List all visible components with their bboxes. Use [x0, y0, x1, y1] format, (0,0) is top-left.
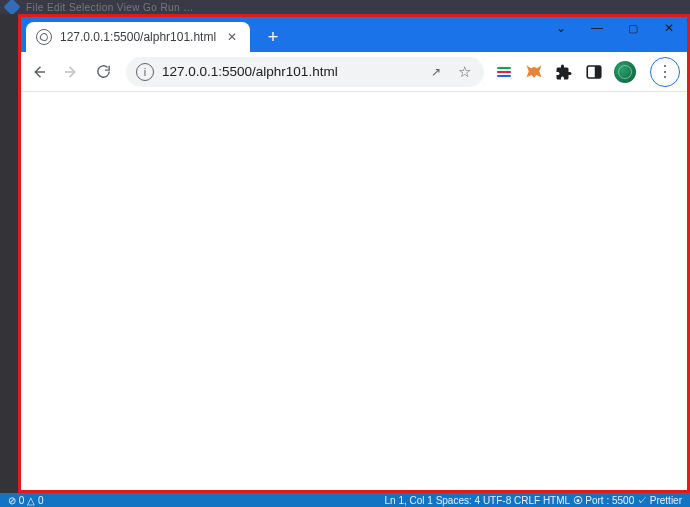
page-viewport	[18, 92, 690, 493]
puzzle-icon	[555, 63, 573, 81]
vscode-activity-bar	[0, 14, 18, 493]
kebab-icon: ⋮	[657, 62, 673, 81]
maximize-button[interactable]: ▢	[626, 21, 640, 35]
vscode-menubar: File Edit Selection View Go Run …	[0, 0, 690, 14]
vscode-menu-text: File Edit Selection View Go Run …	[26, 2, 194, 13]
panel-icon	[652, 2, 664, 12]
vscode-logo-icon	[4, 0, 21, 14]
chrome-window: 127.0.0.1:5500/alphr101.html ✕ + ⌄ — ▢ ✕	[18, 14, 690, 493]
panel-icon	[672, 2, 684, 12]
browser-tab[interactable]: 127.0.0.1:5500/alphr101.html ✕	[26, 22, 250, 52]
chrome-menu-button[interactable]: ⋮	[650, 57, 680, 87]
vscode-window-controls	[632, 2, 684, 12]
status-right[interactable]: Ln 1, Col 1 Spaces: 4 UTF-8 CRLF HTML ⦿ …	[384, 495, 682, 506]
site-info-button[interactable]: i	[136, 63, 154, 81]
new-tab-button[interactable]: +	[260, 24, 286, 50]
minimize-button[interactable]: —	[590, 21, 604, 35]
link-list-icon	[494, 61, 514, 83]
share-icon: ↗	[431, 65, 441, 79]
browser-toolbar: i 127.0.0.1:5500/alphr101.html ↗ ☆	[18, 52, 690, 92]
tab-title: 127.0.0.1:5500/alphr101.html	[60, 30, 216, 44]
tab-search-button[interactable]: ⌄	[554, 21, 568, 35]
fox-icon	[525, 63, 543, 81]
address-bar[interactable]: i 127.0.0.1:5500/alphr101.html ↗ ☆	[126, 57, 484, 87]
back-button[interactable]	[24, 57, 54, 87]
minimize-icon: —	[591, 21, 603, 35]
star-icon: ☆	[458, 63, 471, 81]
reload-icon	[95, 63, 112, 80]
globe-icon	[36, 29, 52, 45]
forward-button[interactable]	[56, 57, 86, 87]
panel-icon	[632, 2, 644, 12]
bookmark-button[interactable]: ☆	[454, 63, 474, 81]
close-icon: ✕	[664, 21, 674, 35]
arrow-right-icon	[62, 63, 80, 81]
arrow-left-icon	[30, 63, 48, 81]
tab-strip: 127.0.0.1:5500/alphr101.html ✕ + ⌄ — ▢ ✕	[18, 14, 690, 52]
plus-icon: +	[268, 28, 279, 46]
status-problems[interactable]: ⊘ 0 △ 0	[8, 495, 43, 506]
url-text: 127.0.0.1:5500/alphr101.html	[162, 64, 418, 79]
chevron-down-icon: ⌄	[556, 21, 566, 35]
profile-avatar[interactable]	[614, 61, 636, 83]
side-panel-icon	[585, 63, 603, 81]
extensions-area: ⋮	[492, 57, 684, 87]
info-icon: i	[144, 66, 146, 78]
close-window-button[interactable]: ✕	[662, 21, 676, 35]
side-panel-button[interactable]	[584, 62, 604, 82]
close-tab-button[interactable]: ✕	[224, 29, 240, 45]
reload-button[interactable]	[88, 57, 118, 87]
extensions-button[interactable]	[554, 62, 574, 82]
window-controls: ⌄ — ▢ ✕	[540, 14, 690, 42]
maximize-icon: ▢	[628, 22, 638, 35]
svg-rect-1	[595, 66, 601, 78]
share-button[interactable]: ↗	[426, 65, 446, 79]
metamask-extension[interactable]	[524, 62, 544, 82]
reading-list-extension[interactable]	[494, 62, 514, 82]
vscode-status-bar: ⊘ 0 △ 0 Ln 1, Col 1 Spaces: 4 UTF-8 CRLF…	[0, 493, 690, 507]
